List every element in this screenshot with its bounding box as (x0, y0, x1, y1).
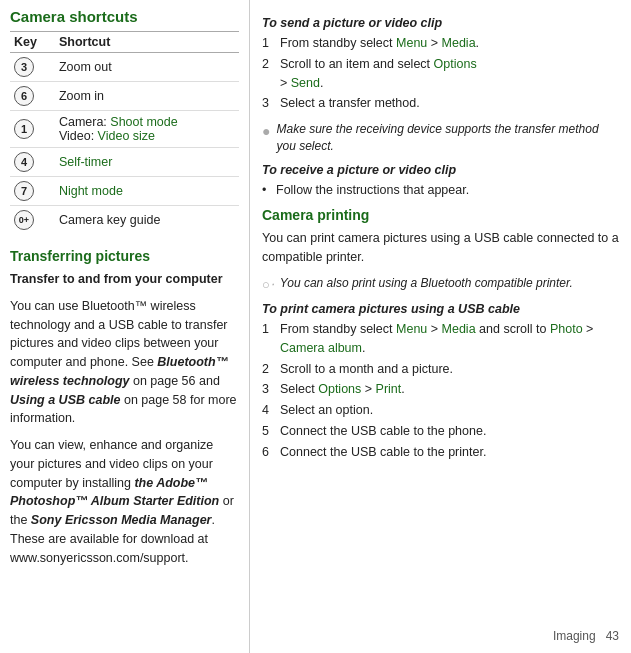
video-size-link: Video size (98, 129, 155, 143)
photo-link: Photo (550, 322, 583, 336)
steps3-list: 1 From standby select Menu > Media and s… (262, 320, 619, 461)
list-item: 2 Scroll to a month and a picture. (262, 360, 619, 379)
list-item: 4 Select an option. (262, 401, 619, 420)
shortcut-cell: Zoom in (55, 82, 239, 111)
list-item: 1 From standby select Menu > Media and s… (262, 320, 619, 358)
table-row: 3 Zoom out (10, 53, 239, 82)
list-item: 1 From standby select Menu > Media. (262, 34, 619, 53)
list-item: 5 Connect the USB cable to the phone. (262, 422, 619, 441)
left-column: Camera shortcuts Key Shortcut 3 Zoom out… (0, 0, 250, 653)
key-badge: 1 (14, 119, 34, 139)
bluetooth-link: Bluetooth™ wireless technology (10, 355, 228, 388)
list-item: 3 Select a transfer method. (262, 94, 619, 113)
key-cell: 6 (10, 82, 55, 111)
camera-printing-title: Camera printing (262, 207, 619, 223)
key-cell: 1 (10, 111, 55, 148)
procedure1-title: To send a picture or video clip (262, 16, 619, 30)
shortcut-cell: Camera key guide (55, 206, 239, 235)
shortcuts-table: Key Shortcut 3 Zoom out 6 Zoom in 1 Came… (10, 31, 239, 234)
right-column: To send a picture or video clip 1 From s… (250, 0, 631, 653)
procedure3-title: To print camera pictures using a USB cab… (262, 302, 619, 316)
note2-text: You can also print using a Bluetooth com… (280, 275, 573, 292)
sony-link: Sony Ericsson Media Manager (31, 513, 212, 527)
shortcut-cell: Self-timer (55, 148, 239, 177)
camera-shortcuts-title: Camera shortcuts (10, 8, 239, 25)
table-row: 4 Self-timer (10, 148, 239, 177)
key-badge: 3 (14, 57, 34, 77)
note1: ● Make sure the receiving device support… (262, 121, 619, 155)
key-cell: 0+ (10, 206, 55, 235)
transfer-body2: You can view, enhance and organize your … (10, 436, 239, 567)
table-row: 1 Camera: Shoot modeVideo: Video size (10, 111, 239, 148)
procedure2-title: To receive a picture or video clip (262, 163, 619, 177)
menu-link2: Menu (396, 322, 427, 336)
note2-icon: ○⋅ (262, 276, 274, 294)
key-badge: 7 (14, 181, 34, 201)
footer-label: Imaging (553, 629, 596, 643)
list-item: 3 Select Options > Print. (262, 380, 619, 399)
key-cell: 7 (10, 177, 55, 206)
key-badge: 0+ (14, 210, 34, 230)
bullet-list: Follow the instructions that appear. (262, 181, 619, 200)
usb-link: Using a USB cable (10, 393, 120, 407)
shortcut-cell: Camera: Shoot modeVideo: Video size (55, 111, 239, 148)
table-row: 6 Zoom in (10, 82, 239, 111)
note2: ○⋅ You can also print using a Bluetooth … (262, 275, 619, 294)
page-footer: Imaging 43 (553, 629, 619, 643)
send-link: Send (291, 76, 320, 90)
list-item: 2 Scroll to an item and select Options> … (262, 55, 619, 93)
note1-text: Make sure the receiving device supports … (276, 121, 619, 155)
shoot-mode-link: Shoot mode (110, 115, 177, 129)
footer-page: 43 (606, 629, 619, 643)
adobe-link: the Adobe™ Photoshop™ Album Starter Edit… (10, 476, 219, 509)
key-badge: 4 (14, 152, 34, 172)
col-header-shortcut: Shortcut (55, 32, 239, 53)
note-icon: ● (262, 122, 270, 142)
transfer-heading: Transfer to and from your computer (10, 270, 239, 289)
col-header-key: Key (10, 32, 55, 53)
table-row: 7 Night mode (10, 177, 239, 206)
camera-album-link: Camera album (280, 341, 362, 355)
print-link: Print (376, 382, 402, 396)
transfer-heading-text: Transfer to and from your computer (10, 272, 223, 286)
media-link2: Media (442, 322, 476, 336)
camera-printing-body: You can print camera pictures using a US… (262, 229, 619, 267)
shortcut-cell: Night mode (55, 177, 239, 206)
list-item: 6 Connect the USB cable to the printer. (262, 443, 619, 462)
list-item: Follow the instructions that appear. (262, 181, 619, 200)
options-link: Options (434, 57, 477, 71)
shortcut-cell: Zoom out (55, 53, 239, 82)
options-link2: Options (318, 382, 361, 396)
key-badge: 6 (14, 86, 34, 106)
menu-link: Menu (396, 36, 427, 50)
table-row: 0+ Camera key guide (10, 206, 239, 235)
transferring-pictures-title: Transferring pictures (10, 248, 239, 264)
steps1-list: 1 From standby select Menu > Media. 2 Sc… (262, 34, 619, 113)
media-link: Media (442, 36, 476, 50)
key-cell: 4 (10, 148, 55, 177)
transfer-body1: You can use Bluetooth™ wireless technolo… (10, 297, 239, 428)
key-cell: 3 (10, 53, 55, 82)
